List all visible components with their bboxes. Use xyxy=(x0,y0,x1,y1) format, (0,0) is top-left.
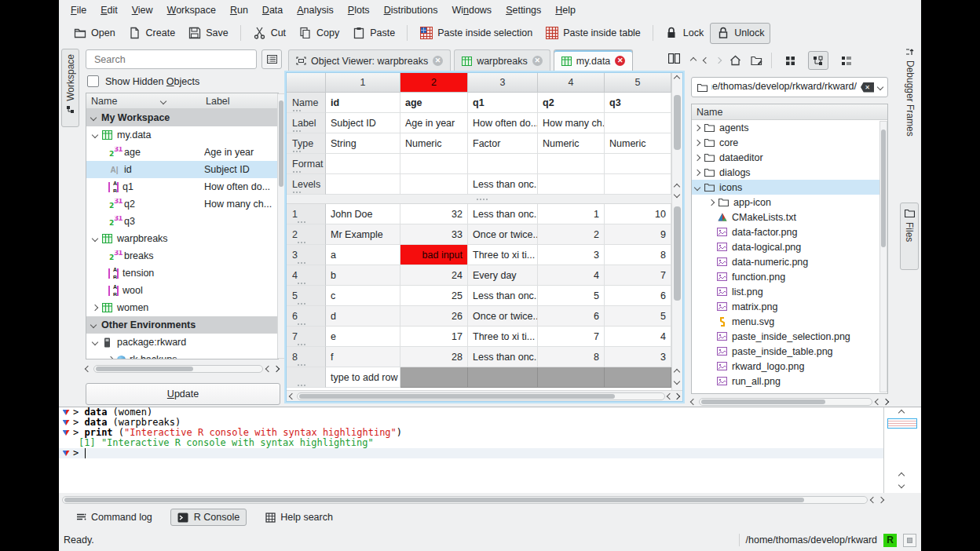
scroll-up-icon[interactable] xyxy=(674,369,680,375)
menu-view[interactable]: View xyxy=(125,2,160,19)
cell[interactable]: q3 xyxy=(605,93,671,113)
cell[interactable] xyxy=(605,174,671,195)
split-view-icon[interactable] xyxy=(667,52,681,65)
cell[interactable]: a xyxy=(326,245,400,265)
section-my-workspace[interactable]: My Workspace xyxy=(86,109,278,126)
cell[interactable]: age xyxy=(400,93,468,113)
scroll-left-icon[interactable] xyxy=(870,497,876,503)
file-item[interactable]: app-icon xyxy=(692,195,887,210)
menu-windows[interactable]: Windows xyxy=(444,2,499,19)
column-header[interactable]: 4 xyxy=(538,73,605,93)
tree-item-q3[interactable]: q3 xyxy=(86,213,278,230)
file-item[interactable]: paste_inside_table.png xyxy=(692,344,887,359)
row-number[interactable]: 8 xyxy=(287,347,326,367)
cell[interactable]: Three to xi ti... xyxy=(468,245,538,265)
cell[interactable]: 4 xyxy=(605,327,671,347)
cell[interactable]: e xyxy=(326,327,400,347)
cell[interactable]: 9 xyxy=(605,224,671,245)
files-vscrollbar[interactable] xyxy=(879,121,887,392)
row-number[interactable]: 5 xyxy=(287,286,326,306)
column-header-label[interactable]: Label xyxy=(206,96,230,107)
add-row-input[interactable]: type to add row xyxy=(326,367,400,388)
file-item[interactable]: data-logical.png xyxy=(692,239,887,254)
files-hscrollbar[interactable] xyxy=(691,397,888,407)
cell[interactable]: Once or twice... xyxy=(468,224,538,245)
search-input[interactable] xyxy=(93,53,250,66)
cell[interactable]: id xyxy=(326,93,400,113)
file-item[interactable]: core xyxy=(692,135,887,150)
section-other-environments[interactable]: Other Environments xyxy=(86,316,278,334)
tab-warpbreaks[interactable]: warpbreaks✕ xyxy=(454,49,550,71)
menu-run[interactable]: Run xyxy=(223,2,255,19)
paste-inside-selection-button[interactable]: Paste inside selection xyxy=(413,23,539,44)
search-options-button[interactable] xyxy=(261,49,282,69)
tree-item-warpbreaks[interactable]: warpbreaks xyxy=(86,230,278,247)
cell[interactable]: 28 xyxy=(400,347,468,367)
console-hscrollbar[interactable] xyxy=(62,494,883,505)
cell[interactable]: Less than onc... xyxy=(468,174,538,195)
menu-data[interactable]: Data xyxy=(255,2,290,19)
scroll-right-icon[interactable] xyxy=(674,392,680,399)
scroll-left-icon[interactable] xyxy=(265,366,272,372)
cell[interactable]: Numeric xyxy=(538,133,605,154)
scroll-left-icon[interactable] xyxy=(690,399,697,405)
cell[interactable]: Once or twice... xyxy=(468,306,538,327)
detail-view-button[interactable] xyxy=(836,51,857,70)
scroll-left-icon[interactable] xyxy=(85,366,91,372)
path-text[interactable]: home/thomas/develop/rkward/rkward/ xyxy=(711,81,857,93)
cell[interactable]: 5 xyxy=(538,286,605,306)
tree-item-breaks[interactable]: breaks xyxy=(86,247,278,265)
row-number[interactable]: 1 xyxy=(287,204,326,224)
update-button[interactable]: Update xyxy=(86,383,280,405)
chevron-down-icon[interactable] xyxy=(877,84,883,90)
file-item[interactable]: matrix.png xyxy=(692,299,887,314)
cell[interactable]: 8 xyxy=(538,347,605,367)
file-item[interactable]: agents xyxy=(692,120,887,135)
row-number[interactable]: 2 xyxy=(287,224,326,245)
file-item-selected[interactable]: icons xyxy=(692,180,887,195)
cell[interactable]: 2 xyxy=(538,224,605,245)
cell[interactable]: q1 xyxy=(468,93,538,113)
scroll-up-icon[interactable] xyxy=(674,75,680,82)
cell[interactable] xyxy=(538,154,605,174)
cell[interactable] xyxy=(605,154,671,174)
icon-view-button[interactable] xyxy=(780,51,800,70)
menu-plots[interactable]: Plots xyxy=(341,2,377,19)
scroll-right-icon[interactable] xyxy=(273,366,280,372)
tab-object-viewer[interactable]: Object Viewer: warpbreaks✕ xyxy=(288,49,451,71)
cell[interactable]: 3 xyxy=(538,245,605,265)
cell[interactable]: 1 xyxy=(538,204,605,224)
go-back-icon[interactable] xyxy=(703,57,709,64)
row-number[interactable]: 6 xyxy=(287,306,326,327)
file-item[interactable]: run_all.png xyxy=(692,374,887,389)
tree-item-q2[interactable]: q2How many ch... xyxy=(86,195,278,213)
cell[interactable]: 7 xyxy=(538,327,605,347)
workspace-vscrollbar[interactable] xyxy=(277,93,285,359)
console-minimap[interactable] xyxy=(883,407,921,493)
go-forward-icon[interactable] xyxy=(715,57,722,64)
cell[interactable] xyxy=(326,174,400,195)
row-number[interactable] xyxy=(287,367,326,388)
cell[interactable]: How often do... xyxy=(468,113,538,133)
cell[interactable] xyxy=(400,154,468,174)
paste-button[interactable]: Paste xyxy=(346,23,401,44)
cell[interactable]: b xyxy=(326,265,400,286)
menu-workspace[interactable]: Workspace xyxy=(160,2,223,19)
file-item[interactable]: data-numeric.png xyxy=(692,254,887,269)
cell[interactable]: How many ch... xyxy=(538,113,605,133)
show-hidden-objects[interactable]: Show Hidden Objects xyxy=(87,75,199,87)
scroll-right-icon[interactable] xyxy=(883,399,889,405)
tree-item-mydata[interactable]: my.data xyxy=(86,126,278,144)
r-console[interactable]: > data (women) > data (warpbreaks) > pri… xyxy=(59,407,883,493)
file-item[interactable]: function.png xyxy=(692,269,887,284)
open-location-icon[interactable] xyxy=(750,54,763,68)
cell[interactable] xyxy=(468,154,538,174)
show-hidden-checkbox[interactable] xyxy=(87,75,99,87)
cell[interactable] xyxy=(538,174,605,195)
menu-help[interactable]: Help xyxy=(548,2,583,19)
row-number[interactable]: 3 xyxy=(287,245,326,265)
close-tab-icon[interactable]: ✕ xyxy=(532,56,543,66)
cell[interactable]: Numeric xyxy=(605,133,671,154)
cell[interactable]: 3 xyxy=(605,347,671,367)
cell[interactable] xyxy=(605,113,671,133)
